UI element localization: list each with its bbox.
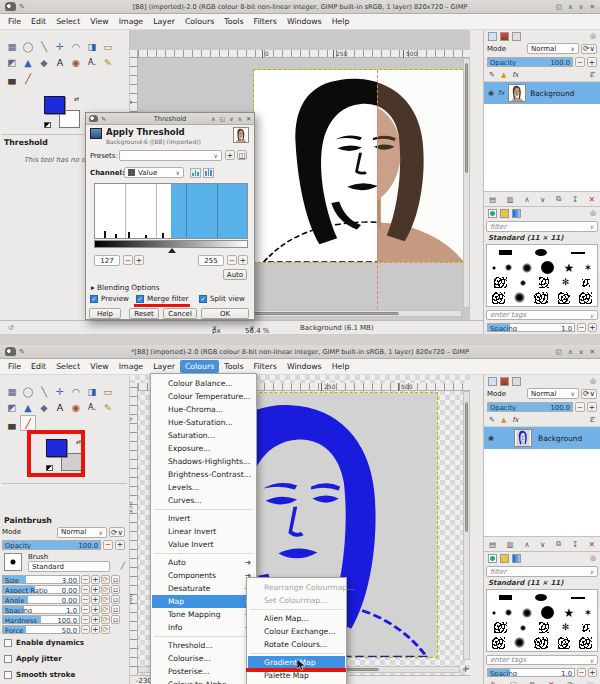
opacity-decrease-button[interactable]: − [575, 57, 585, 67]
reset-icon[interactable]: ⟳ [101, 605, 110, 614]
menu-help[interactable]: Help [327, 15, 355, 28]
reset-icon[interactable]: ⟳ [101, 595, 110, 604]
edit-brush-icon[interactable]: ╱ [121, 562, 125, 570]
brush-spacing-slider[interactable]: Spacing 1.0 [487, 668, 575, 677]
size-slider[interactable]: Size3.00 [2, 575, 80, 584]
threshold-marker[interactable] [168, 248, 176, 253]
menu-tools[interactable]: Tools [219, 360, 248, 373]
new-group-icon[interactable]: ▥ [507, 195, 514, 204]
dock-refresh-icon[interactable]: Ȼ [590, 416, 595, 424]
tab-menu-icon[interactable]: ◎ [590, 32, 596, 40]
menu-view[interactable]: View [85, 15, 114, 28]
brushes-tab-icon[interactable] [488, 209, 497, 218]
layer-visible-icon[interactable]: ◉ [488, 434, 494, 442]
log-histogram-icon[interactable] [203, 168, 214, 178]
link-icon[interactable]: ▫ [111, 615, 120, 624]
brush-name-select[interactable]: Standard [28, 561, 110, 572]
presets-select[interactable]: ∨ [119, 150, 222, 161]
menu-file[interactable]: File [3, 15, 26, 28]
align-tool-icon[interactable]: ◨ [84, 38, 100, 54]
menu-file[interactable]: File [3, 360, 26, 373]
linear-histogram-icon[interactable] [190, 168, 201, 178]
menu-item-info[interactable]: Info➔ [152, 621, 255, 634]
menu-item-shadows-highlights[interactable]: Shadows-Highlights... [152, 455, 255, 468]
menu-image[interactable]: Image [114, 360, 148, 373]
aspect-ratio-slider[interactable]: Aspect Ratio0.00 [2, 585, 80, 594]
high-decrease-button[interactable]: − [227, 255, 237, 265]
menu-item-hue-chroma[interactable]: Hue-Chroma... [152, 403, 255, 416]
brushes-menu-icon[interactable]: ◎ [590, 554, 596, 562]
decrease-button[interactable]: − [81, 575, 90, 584]
gradients-tab-icon[interactable] [512, 209, 521, 218]
restore-icon[interactable]: ∨ [579, 348, 584, 356]
ok-button[interactable]: OK [201, 308, 249, 319]
lock-position-icon[interactable]: ▲ [501, 71, 506, 79]
menu-item-auto[interactable]: Auto➔ [152, 556, 255, 569]
unit-select[interactable]: px ∨ [212, 324, 217, 332]
anchor-layer-icon[interactable]: ↧ [572, 540, 578, 549]
edit-brush-icon[interactable]: ✎ [490, 680, 496, 684]
opacity-increase-button[interactable]: + [115, 540, 125, 550]
new-layer-icon[interactable]: ▤ [489, 540, 496, 549]
increase-button[interactable]: + [91, 615, 100, 624]
menu-windows[interactable]: Windows [282, 15, 327, 28]
menu-item-colour-to-alpha[interactable]: Colour to Alpha... [152, 678, 255, 684]
menu-item-saturation[interactable]: Saturation... [152, 429, 255, 442]
spacing-slider[interactable]: Spacing1.0 [2, 605, 80, 614]
lock-alpha-icon[interactable]: fx [512, 71, 518, 79]
histogram[interactable] [94, 183, 248, 239]
menu-layer[interactable]: Layer [148, 15, 180, 28]
split-view-divider[interactable] [377, 70, 378, 314]
menu-item-colour-exchange[interactable]: Colour Exchange... [248, 625, 345, 638]
duplicate-brush-icon[interactable]: ⧉ [530, 680, 535, 684]
reset-icon[interactable]: ⟳ [101, 615, 110, 624]
menu-item-tone-mapping[interactable]: Tone Mapping➔ [152, 608, 255, 621]
opacity-increase-button[interactable]: + [587, 57, 597, 67]
align-tool-icon[interactable]: ◨ [84, 383, 100, 399]
brush-tags-input[interactable]: enter tags∨ [486, 310, 598, 320]
fonts-tool-icon[interactable]: A. [84, 399, 100, 415]
dialog-titlebar[interactable]: ✎ Threshold ∧◱∨∧✕ [86, 113, 254, 125]
menu-item-exposure[interactable]: Exposure... [152, 442, 255, 455]
layer-row-background[interactable]: ◉ fx Background [484, 82, 600, 104]
swap-colours-icon[interactable]: ⇄ [74, 95, 79, 102]
menu-colours[interactable]: Colours [180, 15, 219, 28]
mode-select[interactable]: Normal∨ [527, 388, 579, 399]
bucket-fill-tool-icon[interactable]: ▲ [20, 399, 36, 415]
enable-dynamics-checkbox[interactable]: Enable dynamics [4, 638, 84, 647]
menu-item-hue-saturation[interactable]: Hue-Saturation... [152, 416, 255, 429]
opacity-slider[interactable]: Opacity 100.0 [487, 57, 573, 67]
heal-tool-icon[interactable]: ◉ [68, 54, 84, 70]
menu-item-rotate-colours[interactable]: Rotate Colours... [248, 638, 345, 651]
layer-list-empty[interactable] [484, 449, 600, 537]
delete-layer-icon[interactable]: ✕ [589, 540, 595, 549]
low-increase-button[interactable]: + [134, 255, 144, 265]
patterns-tab-icon[interactable] [500, 209, 509, 218]
paths-tab-icon[interactable] [512, 377, 521, 386]
gradient-tool-icon[interactable]: ◆ [36, 54, 52, 70]
raise-layer-icon[interactable]: ∧ [524, 540, 530, 549]
lock-pixels-icon[interactable]: ✎ [489, 71, 495, 79]
menu-item-desaturate[interactable]: Desaturate➔ [152, 582, 255, 595]
menu-item-colourise[interactable]: Colourise... [152, 652, 255, 665]
menu-item-map[interactable]: Map➔ [152, 595, 255, 608]
restore-icon[interactable]: ∨ [579, 3, 584, 11]
titlebar[interactable]: ✎ [B8] (imported)-2.0 (RGB colour 8-bit … [0, 0, 600, 14]
opacity-decrease-button[interactable]: − [103, 540, 113, 550]
opacity-increase-button[interactable]: + [587, 402, 597, 412]
layer-row-background[interactable]: ◉ Background [484, 427, 600, 449]
lower-layer-icon[interactable]: ∨ [540, 540, 546, 549]
brushes-tab-icon[interactable] [488, 554, 497, 563]
lock-position-icon[interactable]: ▲ [501, 416, 506, 424]
menu-item-threshold[interactable]: Threshold... [152, 639, 255, 652]
paintbrush-tool-icon[interactable]: ╱ [20, 415, 36, 431]
mode-switch-icon[interactable]: ⟳∨ [581, 44, 597, 54]
increase-button[interactable]: + [91, 575, 100, 584]
add-preset-icon[interactable]: + [225, 150, 235, 160]
fg-bg-colour-widget[interactable]: ⇄ [44, 96, 80, 128]
paint-mode-select[interactable]: Normal∨ [57, 527, 107, 538]
menu-select[interactable]: Select [51, 15, 85, 28]
bucket-fill-tool-icon[interactable]: ▲ [20, 54, 36, 70]
move-tool-icon[interactable]: ✛ [52, 383, 68, 399]
minimize-icon[interactable]: ∧ [568, 3, 573, 11]
